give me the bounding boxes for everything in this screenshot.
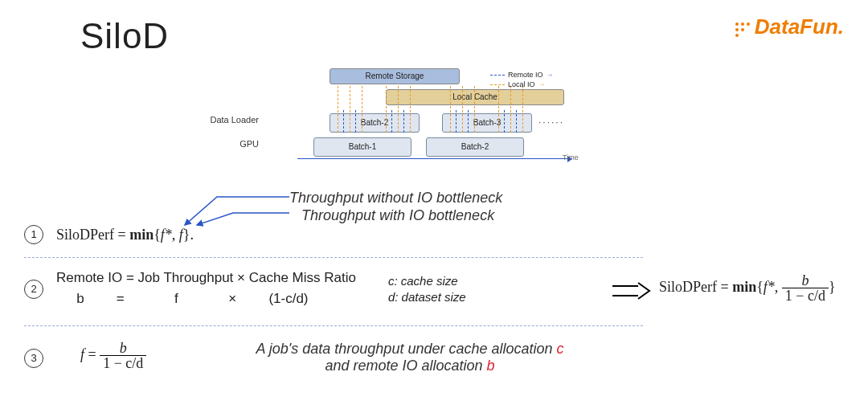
architecture-diagram: Remote Storage Local Cache Batch-2 Batch… <box>265 68 619 173</box>
gpu-batch-1: Batch-1 <box>313 137 411 157</box>
formula-3: f = b1 − c/d <box>80 341 146 370</box>
formula-3-caption: A job's data throughput under cache allo… <box>209 341 611 374</box>
gpu-batch-2: Batch-2 <box>426 137 524 157</box>
svg-point-2 <box>747 22 750 26</box>
legend-local-line <box>490 84 505 85</box>
gpu-label: GPU <box>209 139 259 149</box>
divider-2 <box>24 325 643 326</box>
logo: DataFun. <box>734 14 844 41</box>
svg-point-3 <box>735 28 739 31</box>
logo-dots-icon <box>734 16 751 41</box>
legend-local-label: Local IO <box>508 80 535 89</box>
data-loader-label: Data Loader <box>209 115 259 125</box>
step-1-badge: 1 <box>24 225 43 244</box>
result-formula: SiloDPerf = min{f*, b1 − c/d} <box>659 273 836 303</box>
step-3-badge: 3 <box>24 349 43 368</box>
remote-io-equation: Remote IO = Job Throughput × Cache Miss … <box>56 270 356 307</box>
remote-storage-box: Remote Storage <box>330 68 460 84</box>
variable-definitions: c: cache size d: dataset size <box>388 273 466 305</box>
svg-point-1 <box>741 22 744 26</box>
legend-remote-label: Remote IO <box>508 70 543 80</box>
time-label: Time <box>563 153 579 161</box>
divider-1 <box>24 257 643 258</box>
svg-point-5 <box>735 34 739 37</box>
local-cache-box: Local Cache <box>386 89 564 105</box>
logo-dot: . <box>838 14 844 39</box>
annotation-no-bottleneck: Throughput without IO bottleneck <box>289 190 502 206</box>
step-2-badge: 2 <box>24 280 43 299</box>
logo-text: DataFun <box>755 14 838 39</box>
ellipsis: ······ <box>538 117 564 128</box>
svg-point-0 <box>735 22 739 26</box>
legend: Remote IO→ Local IO→ <box>490 70 554 89</box>
legend-remote-line <box>490 75 505 76</box>
implies-arrow-icon <box>611 281 651 304</box>
svg-point-4 <box>741 28 744 31</box>
time-axis <box>297 158 571 159</box>
page-title: SiloD <box>80 16 169 56</box>
annotation-with-bottleneck: Throughput with IO bottleneck <box>301 207 494 224</box>
